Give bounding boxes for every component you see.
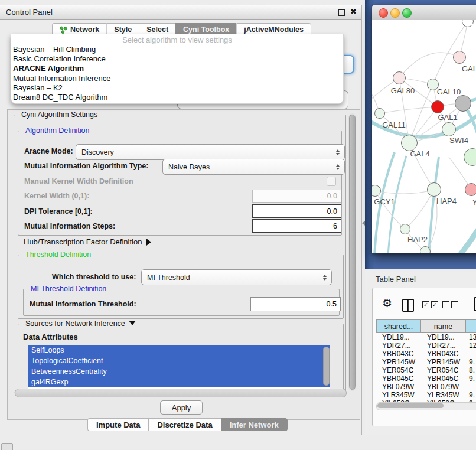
control-panel-window: Control Panel ✖ Network Style Select Cyn… (0, 5, 362, 435)
network-node-hap4[interactable] (427, 182, 441, 197)
table-cell[interactable] (466, 350, 476, 358)
minimize-traffic-light-icon[interactable] (390, 8, 400, 18)
table-cell[interactable]: YPR145W (421, 358, 466, 366)
settings-vertical-scrollbar[interactable] (348, 113, 356, 391)
settings-vertical-scrollbar-thumb[interactable] (349, 115, 356, 390)
column-layout-icon[interactable] (402, 299, 414, 312)
attributes-scrollbar[interactable] (323, 347, 330, 386)
network-node-gal80[interactable] (393, 71, 406, 84)
algorithm-option[interactable]: Basic Correlation Inference (11, 54, 343, 64)
table-cell[interactable]: 13 (466, 333, 476, 341)
threshold-definition-group: Threshold Definition Which threshold to … (18, 255, 344, 319)
data-attribute-item[interactable]: BetweennessCentrality (28, 366, 330, 377)
table-horizontal-scrollbar-thumb[interactable] (377, 403, 444, 408)
table-cell[interactable]: YLR345W (421, 391, 466, 399)
table-column-header[interactable]: name (421, 319, 466, 333)
table-cell[interactable]: YDR27... (376, 341, 421, 350)
table-cell[interactable]: YDR27... (421, 341, 466, 350)
table-cell[interactable]: YBR043C (376, 350, 421, 358)
tab-infer-network[interactable]: Infer Network (221, 418, 288, 431)
table-cell[interactable]: YBR043C (421, 350, 466, 358)
aracne-mode-combo[interactable]: Discovery (76, 144, 345, 160)
zoom-traffic-light-icon[interactable] (402, 8, 412, 18)
mi-algorithm-type-value: Naive Bayes (168, 163, 210, 171)
apply-button[interactable]: Apply (160, 400, 203, 415)
algorithm-option[interactable]: Dream8 DC_TDC Algorithm (11, 93, 343, 102)
algorithm-option[interactable]: Bayesian – K2 (11, 83, 343, 93)
tab-impute-data[interactable]: Impute Data (87, 418, 148, 431)
table-cell[interactable]: 9. (466, 374, 476, 383)
unchecked-box-icon (451, 301, 458, 308)
network-view-window: GALGAL80GAL10GAL1SWI4GAL11GAL4GCY1HAP4YH… (372, 5, 476, 253)
sources-title-wrap[interactable]: Sources for Network Inference (23, 319, 138, 328)
mi-steps-input[interactable]: 6 (252, 219, 341, 233)
table-row[interactable]: YBL079WYBL079W (376, 383, 476, 391)
manual-kernel-width-checkbox[interactable] (327, 177, 336, 186)
table-cell[interactable]: YER054C (421, 366, 466, 374)
kernel-width-input[interactable]: 0.0 (252, 190, 341, 203)
table-column-header[interactable]: shared... (376, 319, 421, 333)
splitpane-handle-icon[interactable] (362, 221, 365, 226)
network-node-gal11[interactable] (374, 108, 385, 119)
table-cell[interactable]: 8. (466, 366, 476, 374)
network-node-gal1[interactable] (431, 100, 444, 113)
algorithm-option[interactable]: ARACNE Algorithm (11, 64, 343, 73)
network-icon (60, 26, 67, 34)
table-horizontal-scrollbar[interactable] (376, 402, 476, 410)
table-row[interactable]: YDR27...YDR27...12 (376, 341, 476, 350)
network-node-y[interactable] (465, 183, 476, 196)
algorithm-option[interactable]: Bayesian – Hill Climbing (11, 45, 343, 54)
table-cell[interactable]: YDL19... (421, 333, 466, 341)
table-cell[interactable]: 9. (466, 358, 476, 366)
table-cell[interactable] (466, 383, 476, 391)
gear-icon[interactable]: ⚙ (382, 298, 392, 309)
table-cell[interactable]: YBL079W (376, 383, 421, 391)
bottom-left-mini-button[interactable] (1, 443, 13, 450)
network-node-hap2[interactable] (400, 224, 410, 234)
table-cell[interactable]: YBR045C (376, 374, 421, 383)
table-row[interactable]: YBR043CYBR043C (376, 350, 476, 358)
table-row[interactable]: YLR345WYLR345W9. (376, 391, 476, 399)
table-cell[interactable]: 12 (466, 341, 476, 350)
float-window-icon[interactable] (338, 9, 345, 16)
data-attribute-item[interactable]: SelfLoops (28, 345, 330, 356)
combo-stepper-icon (336, 164, 340, 170)
table-cell[interactable]: YPR145W (376, 358, 421, 366)
table-cell[interactable]: YER054C (376, 366, 421, 374)
table-cell[interactable]: YBR045C (421, 374, 466, 383)
network-node[interactable] (420, 246, 431, 253)
algorithm-option[interactable]: Mutual Information Inference (11, 74, 343, 83)
data-attribute-item[interactable]: TopologicalCoefficient (28, 356, 330, 366)
table-cell[interactable]: 9. (466, 391, 476, 399)
close-traffic-light-icon[interactable] (379, 8, 388, 18)
network-node-gal[interactable] (453, 51, 466, 64)
dpi-tolerance-input[interactable]: 0.0 (252, 204, 341, 218)
checked-box-icon: ✓ (422, 301, 429, 308)
which-threshold-value: MI Threshold (147, 273, 190, 282)
tab-network-label: Network (70, 25, 99, 34)
table-cell[interactable]: YBL079W (421, 383, 466, 391)
network-canvas[interactable]: GALGAL80GAL10GAL1SWI4GAL11GAL4GCY1HAP4YH… (372, 20, 476, 253)
table-column-header[interactable]: A (466, 319, 476, 333)
select-all-checkboxes-icon[interactable]: ✓ ✓ (422, 301, 438, 308)
which-threshold-combo[interactable]: MI Threshold (141, 269, 332, 285)
data-attribute-item[interactable]: gal4RGexp (28, 377, 330, 387)
settings-horizontal-scrollbar[interactable] (15, 389, 347, 397)
mi-threshold-definition-group: MI Threshold Definition Mutual Informati… (23, 289, 340, 316)
deselect-all-checkboxes-icon[interactable] (442, 301, 458, 308)
expander-right-icon (146, 239, 151, 246)
network-edge (380, 107, 438, 113)
network-node[interactable] (455, 95, 471, 112)
hub-definition-expander[interactable]: Hub/Transcription Factor Definition (24, 237, 151, 246)
table-row[interactable]: YPR145WYPR145W9. (376, 358, 476, 366)
network-node-swi4[interactable] (442, 122, 456, 136)
table-row[interactable]: YER054CYER054C8. (376, 366, 476, 374)
table-cell[interactable]: YDL19... (376, 333, 421, 341)
close-icon[interactable]: ✖ (350, 7, 357, 16)
table-cell[interactable]: YLR345W (376, 391, 421, 399)
mi-threshold-input[interactable]: 0.5 (250, 297, 341, 311)
table-row[interactable]: YDL19...YDL19...13 (376, 333, 476, 341)
mi-algorithm-type-combo[interactable]: Naive Bayes (162, 159, 345, 175)
table-row[interactable]: YBR045CYBR045C9. (376, 374, 476, 383)
tab-discretize-data[interactable]: Discretize Data (148, 418, 220, 431)
